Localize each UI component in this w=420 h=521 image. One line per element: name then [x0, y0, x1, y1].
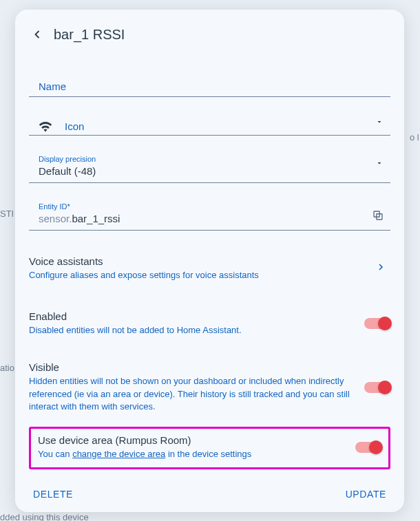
- dialog-footer: DELETE UPDATE: [15, 479, 404, 512]
- device-area-desc-pre: You can: [38, 449, 72, 459]
- icon-label: Icon: [65, 120, 385, 132]
- enabled-title: Enabled: [29, 310, 357, 322]
- voice-assistants-row[interactable]: Voice assistants Configure aliases and e…: [29, 246, 390, 288]
- toggle-thumb: [378, 381, 392, 394]
- page-title: bar_1 RSSI: [54, 27, 125, 43]
- entity-settings-dialog: bar_1 RSSI Name Icon Display precision D…: [15, 10, 404, 512]
- bg-hint: STI: [0, 209, 14, 219]
- use-device-area-toggle[interactable]: [355, 440, 381, 454]
- use-device-area-desc: You can change the device area in the de…: [38, 448, 348, 460]
- chevron-right-icon: [375, 262, 390, 275]
- display-precision-value: Default (-48): [29, 163, 390, 181]
- use-device-area-row: Use device area (Rumpus Room) You can ch…: [29, 427, 390, 469]
- back-button[interactable]: [25, 22, 50, 47]
- name-label: Name: [29, 74, 390, 95]
- change-device-area-link[interactable]: change the device area: [72, 449, 165, 459]
- wifi-icon: [39, 121, 52, 132]
- display-precision-label: Display precision: [29, 155, 390, 163]
- use-device-area-title: Use device area (Rumpus Room): [38, 434, 348, 446]
- copy-icon: [372, 209, 384, 222]
- dialog-header: bar_1 RSSI: [15, 10, 404, 55]
- display-precision-field[interactable]: Display precision Default (-48): [29, 148, 390, 183]
- dropdown-caret-icon: [375, 116, 384, 129]
- dropdown-caret-icon: [375, 158, 384, 170]
- enabled-row: Enabled Disabled entities will not be ad…: [29, 301, 390, 343]
- device-area-desc-post: in the device settings: [165, 449, 251, 459]
- entity-id-prefix: sensor.: [39, 213, 72, 224]
- toggle-thumb: [378, 317, 392, 330]
- bg-hint: dded using this device: [0, 512, 89, 521]
- entity-id-label: Entity ID*: [29, 202, 366, 211]
- voice-assistants-desc: Configure aliases and expose settings fo…: [29, 269, 368, 281]
- copy-entity-id-button[interactable]: [366, 203, 390, 228]
- enabled-toggle[interactable]: [364, 317, 390, 330]
- entity-id-value: bar_1_rssi: [72, 213, 120, 224]
- dialog-body: Name Icon Display precision Default (-48…: [15, 55, 404, 479]
- icon-field[interactable]: Icon: [29, 109, 390, 136]
- update-button[interactable]: UPDATE: [346, 489, 386, 500]
- visible-title: Visible: [29, 361, 357, 373]
- chevron-left-icon: [30, 28, 44, 41]
- visible-toggle[interactable]: [364, 381, 390, 394]
- bg-hint: o l: [410, 132, 419, 142]
- toggle-thumb: [369, 440, 383, 454]
- visible-desc: Hidden entities will not be shown on you…: [29, 375, 357, 413]
- entity-id-field[interactable]: Entity ID* sensor.bar_1_rssi: [29, 195, 390, 231]
- voice-assistants-title: Voice assistants: [29, 255, 368, 267]
- name-field[interactable]: Name: [29, 67, 390, 97]
- enabled-desc: Disabled entities will not be added to H…: [29, 324, 357, 337]
- delete-button[interactable]: DELETE: [33, 489, 73, 500]
- visible-row: Visible Hidden entities will not be show…: [29, 352, 390, 420]
- bg-hint: atio: [0, 363, 14, 373]
